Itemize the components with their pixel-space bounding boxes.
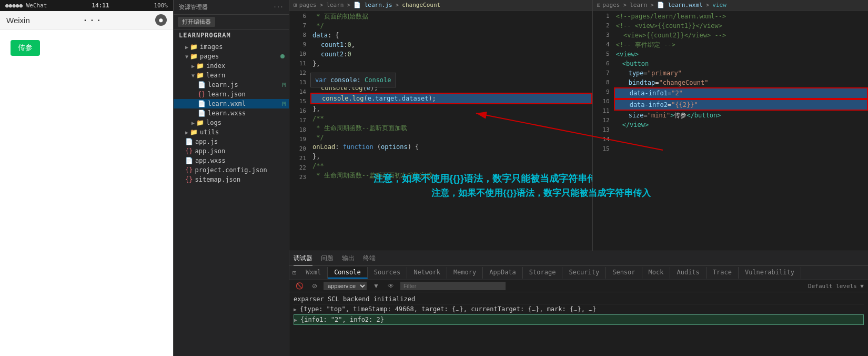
phone-nav-dots: ··· <box>83 15 103 26</box>
file-name: utils <box>200 128 219 136</box>
tooltip: var console: Console <box>310 73 396 87</box>
code-pane-header-right: ⊞ pages > learn > 📄 learn.wxml > view <box>593 0 868 11</box>
code-pane-right: ⊞ pages > learn > 📄 learn.wxml > view 1 … <box>593 0 868 251</box>
file-item[interactable]: ▶ 📁 index <box>174 61 289 71</box>
ctab-network[interactable]: Network <box>407 267 447 279</box>
ctab-vulnerability[interactable]: Vulnerability <box>739 267 801 279</box>
explorer-header: 资源管理器 ··· <box>174 0 289 15</box>
file-name: learn.js <box>208 81 238 88</box>
editor-layout: ⊞ pages > learn > 📄 learn.js > changeCou… <box>289 0 868 356</box>
code-content-right: 1 2 3 4 5 6 7 8 9 10 11 12 13 14 <box>593 11 868 251</box>
ctab-sources[interactable]: Sources <box>368 267 408 279</box>
file-item[interactable]: ▶ 📁 utils <box>174 127 289 137</box>
file-item[interactable]: ▼ 📁 learn <box>174 71 289 80</box>
console-line-highlighted: ▶ {info1: "2", info2: 2} <box>294 314 864 325</box>
ctab-trace[interactable]: Trace <box>706 267 739 279</box>
phone-nav-bar: Weixin ··· ● <box>0 11 173 29</box>
line-numbers-right: 1 2 3 4 5 6 7 8 9 10 11 12 13 14 <box>593 11 614 251</box>
expand-arrow[interactable]: ▶ <box>294 317 297 323</box>
file-item[interactable]: ▼ 📁 pages <box>174 52 289 61</box>
annotation-text: 注意，如果不使用{{}}语法，数字只能被当成字符串传入 <box>374 174 592 183</box>
file-item[interactable]: {} sitemap.json <box>174 175 289 184</box>
file-item[interactable]: {} app.json <box>174 146 289 156</box>
file-item[interactable]: ▶ 📁 logs <box>174 118 289 127</box>
file-item[interactable]: {} project.config.json <box>174 165 289 175</box>
file-name: learn.json <box>207 91 245 98</box>
console-text: {type: "top", timeStamp: 49668, target: … <box>300 305 597 313</box>
file-name: project.config.json <box>195 166 267 174</box>
console-line: exparser SCL backend initialized <box>294 294 864 304</box>
file-item[interactable]: 📄 learn.wxss <box>174 108 289 118</box>
clear-console-button[interactable]: 🚫 <box>294 281 306 291</box>
file-name: app.json <box>195 147 225 155</box>
expand-arrow[interactable]: ▶ <box>294 306 297 312</box>
file-tree: ▶ 📁 images ▼ 📁 pages ▶ 📁 index ▼ 📁 learn <box>174 40 289 186</box>
ctab-appdata[interactable]: AppData <box>483 267 523 279</box>
code-text-left: * 页面的初始数据 */ data: { count1:0, count2:0 … <box>310 11 592 251</box>
bottom-tabs: 调试器 问题 输出 终端 <box>289 251 868 266</box>
breadcrumb-item: pages <box>602 2 620 8</box>
file-name: images <box>200 43 223 51</box>
breadcrumb-item: changeCount <box>402 2 440 8</box>
breadcrumb-item: pages <box>299 2 317 8</box>
ctab-memory[interactable]: Memory <box>447 267 483 279</box>
console-toolbar: 🚫 ⊘ appservice ▼ 👁 Default levels ▼ <box>289 280 868 292</box>
console-text: {info1: "2", info2: 2} <box>300 316 384 323</box>
default-levels[interactable]: Default levels ▼ <box>808 283 864 290</box>
open-editor-button[interactable]: 打开编辑器 <box>178 17 215 27</box>
appservice-select[interactable]: appservice <box>324 282 367 290</box>
phone-cancan-button[interactable]: 传参 <box>11 40 40 56</box>
explorer-title: 资源管理器 <box>179 3 208 11</box>
breadcrumb-item: 📄 learn.js <box>354 2 392 8</box>
file-name: sitemap.json <box>195 176 240 183</box>
file-name: learn.wxss <box>208 110 246 117</box>
breadcrumb-item: 📄 learn.wxml <box>657 2 703 8</box>
file-item-active[interactable]: 📄 learn.wxml M <box>174 99 289 108</box>
dropdown-button[interactable]: ▼ <box>371 281 381 291</box>
phone-panel: ●●●●● WeChat 14:11 100% Weixin ··· ● 传参 <box>0 0 174 356</box>
breadcrumb-item: view <box>712 2 726 8</box>
file-item[interactable]: 📄 learn.js M <box>174 80 289 90</box>
tab-output[interactable]: 输出 <box>342 252 355 265</box>
eye-button[interactable]: 👁 <box>386 281 396 291</box>
bottom-panel: 调试器 问题 输出 终端 ⊡ Wxml Console Sources Netw… <box>289 251 868 356</box>
console-content: exparser SCL backend initialized ▶ {type… <box>289 292 868 356</box>
breadcrumb-item: learn <box>630 2 647 8</box>
ctab-wxml[interactable]: Wxml <box>299 267 328 279</box>
filter-input[interactable] <box>400 282 506 290</box>
file-name: app.wxss <box>195 157 226 164</box>
tab-problems[interactable]: 问题 <box>321 252 334 265</box>
breadcrumb-item: learn <box>326 2 344 8</box>
stop-button[interactable]: ⊘ <box>310 281 319 291</box>
code-pane-left: ⊞ pages > learn > 📄 learn.js > changeCou… <box>289 0 593 251</box>
console-line: ▶ {type: "top", timeStamp: 49668, target… <box>294 304 864 314</box>
line-numbers-left: 6 7 8 9 10 11 12 13 14 15 16 17 <box>289 11 310 251</box>
ctab-storage[interactable]: Storage <box>523 267 563 279</box>
phone-content: 传参 <box>0 29 173 356</box>
phone-status-bar: ●●●●● WeChat 14:11 100% <box>0 0 173 11</box>
ctab-console[interactable]: Console <box>328 267 368 279</box>
file-item[interactable]: 📄 app.wxss <box>174 156 289 165</box>
file-name: index <box>206 62 225 70</box>
code-text-right: <!--pages/learn/learn.wxml--> <!-- <view… <box>614 11 868 251</box>
file-item[interactable]: {} learn.json <box>174 90 289 99</box>
explorer-dots[interactable]: ··· <box>273 4 284 11</box>
ctab-mock[interactable]: Mock <box>642 267 671 279</box>
phone-time: 14:11 <box>92 2 109 9</box>
ctab-audits[interactable]: Audits <box>670 267 706 279</box>
ctab-security[interactable]: Security <box>562 267 606 279</box>
tab-debugger[interactable]: 调试器 <box>294 252 312 265</box>
code-content-left: 6 7 8 9 10 11 12 13 14 15 16 17 <box>289 11 592 251</box>
code-pane-header-left: ⊞ pages > learn > 📄 learn.js > changeCou… <box>289 0 592 11</box>
file-item[interactable]: 📄 app.js <box>174 137 289 146</box>
file-item[interactable]: ▶ 📁 images <box>174 42 289 52</box>
file-name: logs <box>206 119 221 126</box>
phone-nav-camera: ● <box>155 14 167 26</box>
file-badge-m: M <box>282 82 286 88</box>
tab-terminal[interactable]: 终端 <box>363 252 376 265</box>
file-badge <box>280 54 285 58</box>
console-tab-icon: ⊡ <box>289 267 299 279</box>
console-tabs-row: ⊡ Wxml Console Sources Network Memory Ap… <box>289 266 868 280</box>
ctab-sensor[interactable]: Sensor <box>606 267 642 279</box>
file-name: pages <box>200 53 219 60</box>
